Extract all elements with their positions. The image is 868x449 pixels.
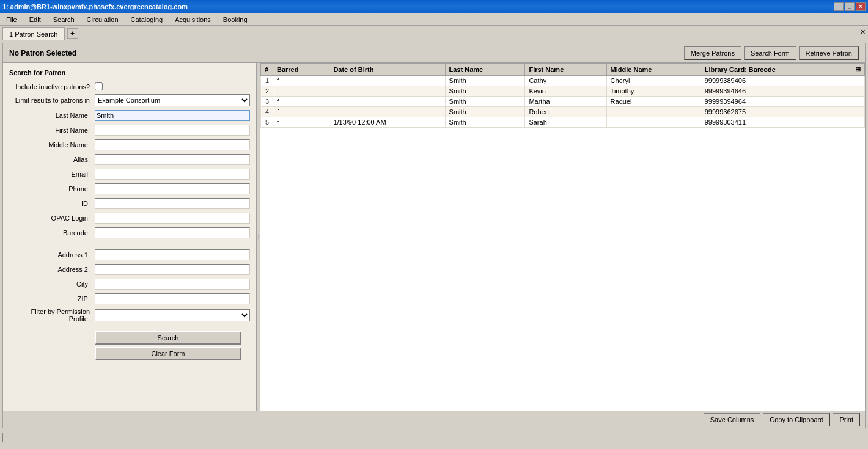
zip-row: ZIP:	[9, 293, 250, 304]
close-button[interactable]: ✕	[856, 2, 866, 11]
cell-barcode: 99999394646	[701, 86, 851, 97]
cell-middlename	[606, 107, 701, 117]
status-segment	[2, 433, 13, 442]
tab-patron-search[interactable]: 1 Patron Search	[2, 27, 65, 40]
table-row[interactable]: 4 f Smith Robert 99999362675	[261, 107, 865, 117]
cell-dob	[329, 97, 445, 107]
barcode-input[interactable]	[95, 227, 250, 238]
alias-row: Alias:	[9, 154, 250, 165]
table-row[interactable]: 2 f Smith Kevin Timothy 99999394646	[261, 86, 865, 97]
print-button[interactable]: Print	[833, 413, 860, 426]
cell-num: 1	[261, 76, 273, 86]
menu-booking[interactable]: Booking	[219, 15, 251, 24]
search-form-button[interactable]: Search Form	[744, 46, 796, 60]
status-bar	[0, 431, 868, 443]
cell-firstname: Sarah	[525, 117, 606, 128]
address2-label: Address 2:	[9, 266, 95, 273]
alias-input[interactable]	[95, 154, 250, 165]
address1-input[interactable]	[95, 249, 250, 260]
col-header-middlename: Middle Name	[606, 64, 701, 76]
results-table-container: # Barred Date of Birth Last Name First N…	[260, 63, 865, 411]
menu-circulation[interactable]: Circulation	[83, 15, 122, 24]
tab-close-button[interactable]: ✕	[860, 28, 866, 36]
opac-login-label: OPAC Login:	[9, 214, 95, 222]
last-name-input[interactable]	[95, 110, 250, 121]
no-patron-label: No Patron Selected	[9, 49, 76, 57]
phone-input[interactable]	[95, 183, 250, 194]
id-input[interactable]	[95, 198, 250, 209]
limit-results-row: Limit results to patrons in Example Cons…	[9, 94, 250, 106]
cell-firstname: Kevin	[525, 86, 606, 97]
cell-dob: 1/13/90 12:00 AM	[329, 117, 445, 128]
copy-clipboard-button[interactable]: Copy to Clipboard	[763, 413, 830, 426]
include-inactive-row: Include inactive patrons?	[9, 82, 250, 90]
results-table: # Barred Date of Birth Last Name First N…	[260, 63, 865, 128]
cell-firstname: Robert	[525, 107, 606, 117]
middle-name-row: Middle Name:	[9, 139, 250, 150]
cell-middlename: Raquel	[606, 97, 701, 107]
menu-file[interactable]: File	[2, 15, 21, 24]
include-inactive-checkbox[interactable]	[95, 82, 103, 90]
cell-middlename: Cheryl	[606, 76, 701, 86]
header-buttons: Merge Patrons Search Form Retrieve Patro…	[684, 46, 859, 60]
cell-dob	[329, 76, 445, 86]
tab-add-button[interactable]: +	[67, 28, 78, 39]
cell-lastname: Smith	[445, 107, 525, 117]
menu-search[interactable]: Search	[50, 15, 78, 24]
cell-lastname: Smith	[445, 86, 525, 97]
filter-profile-label: Filter by Permission Profile:	[9, 308, 95, 323]
cell-num: 4	[261, 107, 273, 117]
cell-firstname: Martha	[525, 97, 606, 107]
merge-patrons-button[interactable]: Merge Patrons	[684, 46, 741, 60]
opac-login-input[interactable]	[95, 213, 250, 224]
col-header-barcode: Library Card: Barcode	[701, 64, 851, 76]
menu-cataloging[interactable]: Cataloging	[127, 15, 167, 24]
table-row[interactable]: 1 f Smith Cathy Cheryl 99999389406	[261, 76, 865, 86]
table-row[interactable]: 3 f Smith Martha Raquel 99999394964	[261, 97, 865, 107]
col-header-expand[interactable]: ⊞	[851, 64, 865, 76]
address2-input[interactable]	[95, 264, 250, 275]
maximize-button[interactable]: □	[845, 2, 855, 11]
search-button[interactable]: Search	[95, 331, 241, 345]
city-input[interactable]	[95, 279, 250, 290]
col-header-barred: Barred	[273, 64, 329, 76]
cell-num: 2	[261, 86, 273, 97]
middle-name-input[interactable]	[95, 139, 250, 150]
limit-results-select[interactable]: Example Consortium	[95, 94, 250, 106]
results-panel: # Barred Date of Birth Last Name First N…	[260, 63, 865, 411]
col-header-dob: Date of Birth	[329, 64, 445, 76]
cell-dob	[329, 86, 445, 97]
address1-label: Address 1:	[9, 251, 95, 258]
first-name-row: First Name:	[9, 125, 250, 136]
retrieve-patron-button[interactable]: Retrieve Patron	[799, 46, 859, 60]
address1-row: Address 1:	[9, 249, 250, 260]
zip-label: ZIP:	[9, 295, 95, 302]
filter-profile-select[interactable]	[95, 309, 250, 321]
cell-barred: f	[273, 117, 329, 128]
first-name-input[interactable]	[95, 125, 250, 136]
menu-bar: File Edit Search Circulation Cataloging …	[0, 13, 868, 26]
form-buttons: Search Clear Form	[9, 331, 250, 360]
table-header-row: # Barred Date of Birth Last Name First N…	[261, 64, 865, 76]
email-row: Email:	[9, 169, 250, 180]
email-input[interactable]	[95, 169, 250, 180]
col-header-lastname: Last Name	[445, 64, 525, 76]
cell-firstname: Cathy	[525, 76, 606, 86]
cell-num: 3	[261, 97, 273, 107]
id-row: ID:	[9, 198, 250, 209]
limit-results-label: Limit results to patrons in	[9, 97, 95, 104]
cell-barcode: 99999303411	[701, 117, 851, 128]
menu-edit[interactable]: Edit	[26, 15, 45, 24]
menu-acquisitions[interactable]: Acquisitions	[171, 15, 215, 24]
cell-middlename: Timothy	[606, 86, 701, 97]
clear-form-button[interactable]: Clear Form	[95, 347, 241, 360]
bottom-bar: Save Columns Copy to Clipboard Print	[3, 411, 865, 428]
save-columns-button[interactable]: Save Columns	[704, 413, 761, 426]
minimize-button[interactable]: ─	[834, 2, 844, 11]
col-header-num: #	[261, 64, 273, 76]
cell-lastname: Smith	[445, 97, 525, 107]
tab-label: 1 Patron Search	[9, 31, 58, 38]
title-text: 1: admin@BR1-winxpvmfx.phasefx.evergreen…	[2, 3, 188, 10]
table-row[interactable]: 5 f 1/13/90 12:00 AM Smith Sarah 9999930…	[261, 117, 865, 128]
zip-input[interactable]	[95, 293, 250, 304]
